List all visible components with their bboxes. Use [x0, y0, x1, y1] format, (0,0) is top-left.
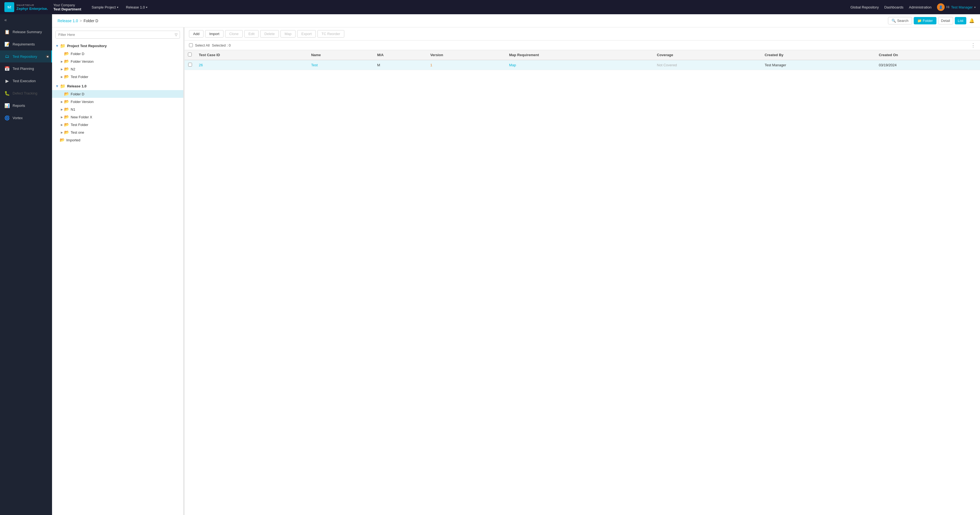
- tree-imported[interactable]: 📂 Imported: [52, 136, 183, 144]
- edit-button[interactable]: Edit: [244, 30, 259, 38]
- tree-release-test-folder[interactable]: ▶ 📂 Test Folder: [52, 121, 183, 129]
- table-container: Test Case ID Name M/A Version: [185, 50, 980, 515]
- table-header-row: Test Case ID Name M/A Version: [185, 50, 980, 60]
- sidebar-item-label-vortex: Vortex: [13, 116, 23, 120]
- tree-label-release-folder-version: Folder Version: [71, 100, 94, 104]
- col-header-check: [185, 50, 196, 60]
- breadcrumb-bar: Release 1.0 > Folder D 🔍 Search 📁 Folder…: [52, 14, 980, 27]
- project-section-folder-icon: 📁: [60, 43, 65, 48]
- expand-icon-release-n1[interactable]: ▶: [60, 108, 64, 111]
- expand-icon-project-test-folder[interactable]: ▶: [60, 75, 64, 78]
- tree-label-release-test-one: Test one: [71, 130, 84, 135]
- cell-created-by-0: Test Manager: [761, 60, 876, 70]
- tree-release-folder-d[interactable]: 📂 Folder D: [52, 90, 183, 98]
- tree-project-test-folder[interactable]: ▶ 📂 Test Folder: [52, 73, 183, 81]
- folder-icon-project-n2: 📂: [64, 67, 69, 72]
- map-button[interactable]: Map: [280, 30, 296, 38]
- tree-release-test-one[interactable]: ▶ 📂 Test one: [52, 129, 183, 136]
- filter-bar: ▽: [55, 31, 180, 39]
- cell-coverage-0: Not Covered: [654, 60, 761, 70]
- tree-release-new-folder-x[interactable]: ▶ 📂 New Folder X: [52, 113, 183, 121]
- user-menu[interactable]: 👤 Hi Test Manager ▾: [937, 3, 975, 11]
- sidebar-item-vortex[interactable]: 🌀 Vortex: [0, 112, 52, 124]
- breadcrumb-release-link[interactable]: Release 1.0: [57, 19, 78, 23]
- filter-input[interactable]: [56, 31, 173, 38]
- expand-icon-project-n2[interactable]: ▶: [60, 68, 64, 71]
- project-section-expand-icon[interactable]: ▼: [55, 44, 59, 48]
- tc-reorder-button[interactable]: TC Reorder: [317, 30, 344, 38]
- sidebar-item-test-repository[interactable]: 🗂 Test Repository ◀: [0, 51, 52, 62]
- table-toolbar: Add Import Clone Edit Delete Map Export …: [185, 27, 980, 41]
- sidebar-item-test-planning[interactable]: 📅 Test Planning: [0, 62, 52, 75]
- header-checkbox[interactable]: [188, 52, 192, 56]
- user-avatar-icon: 👤: [937, 3, 945, 11]
- expand-icon-project-folder-version[interactable]: ▶: [60, 60, 64, 63]
- folder-icon-release-folder-version: 📂: [64, 99, 69, 104]
- table-panel: Add Import Clone Edit Delete Map Export …: [185, 27, 980, 515]
- user-dropdown-arrow: ▾: [974, 6, 975, 9]
- sidebar-item-test-execution[interactable]: ▶ Test Execution: [0, 75, 52, 87]
- cell-map-requirement-0: Map: [506, 60, 654, 70]
- dashboards-link[interactable]: Dashboards: [884, 5, 903, 9]
- tree-label-imported: Imported: [66, 138, 80, 142]
- sidebar-item-requirements[interactable]: 📝 Requirements: [0, 38, 52, 51]
- tree-project-n2[interactable]: ▶ 📂 N2: [52, 65, 183, 73]
- tree-label-project-n2: N2: [71, 67, 75, 71]
- col-header-created-by: Created By: [761, 50, 876, 60]
- list-view-button[interactable]: List: [955, 17, 966, 24]
- expand-icon-release-new-folder-x[interactable]: ▶: [60, 116, 64, 119]
- folder-view-button[interactable]: 📁 Folder: [914, 17, 937, 24]
- tree-release-n1[interactable]: ▶ 📂 N1: [52, 105, 183, 113]
- more-options-icon[interactable]: ⋮: [971, 42, 975, 48]
- vortex-icon: 🌀: [5, 115, 10, 121]
- sidebar-item-label-release-summary: Release Summary: [13, 30, 42, 34]
- test-case-name-link-0[interactable]: Test: [311, 63, 318, 67]
- release-section-label: Release 1.0: [67, 84, 87, 88]
- tree-project-folder-version[interactable]: ▶ 📂 Folder Version: [52, 57, 183, 65]
- tree-label-project-folder-version: Folder Version: [71, 59, 94, 64]
- sidebar-item-label-requirements: Requirements: [13, 42, 35, 46]
- project-nav-item[interactable]: Sample Project ▾: [88, 0, 122, 14]
- col-header-coverage: Coverage: [654, 50, 761, 60]
- search-button[interactable]: 🔍 Search: [888, 17, 912, 24]
- test-case-id-link-0[interactable]: 26: [199, 63, 203, 67]
- expand-icon-release-test-folder[interactable]: ▶: [60, 123, 64, 126]
- breadcrumb: Release 1.0 > Folder D: [57, 19, 98, 23]
- sidebar-item-reports[interactable]: 📊 Reports: [0, 99, 52, 112]
- user-name-label: Test Manager: [951, 5, 973, 9]
- delete-button[interactable]: Delete: [260, 30, 279, 38]
- project-section-header: ▼ 📁 Project Test Repository: [52, 42, 183, 50]
- global-repository-link[interactable]: Global Repository: [850, 5, 879, 9]
- project-section-label: Project Test Repository: [67, 44, 107, 48]
- expand-icon-release-folder-version[interactable]: ▶: [60, 100, 64, 103]
- release-nav-item[interactable]: Release 1.0 ▾: [122, 0, 151, 14]
- top-navigation: SZ SMARTBEAR Zephyr Enterprise. Your Com…: [0, 0, 980, 14]
- filter-icon[interactable]: ▽: [173, 31, 180, 38]
- row-checkbox-0[interactable]: [188, 63, 192, 67]
- tree-release-folder-version[interactable]: ▶ 📂 Folder Version: [52, 98, 183, 105]
- import-button[interactable]: Import: [205, 30, 223, 38]
- add-button[interactable]: Add: [189, 30, 204, 38]
- select-all-checkbox[interactable]: [189, 43, 193, 47]
- folder-icon-release-new-folder-x: 📂: [64, 114, 69, 119]
- expand-icon-release-test-one[interactable]: ▶: [60, 131, 64, 134]
- col-header-name: Name: [308, 50, 374, 60]
- sidebar-item-release-summary[interactable]: 📋 Release Summary: [0, 26, 52, 38]
- company-name: Your Company: [53, 3, 81, 7]
- release-section-expand-icon[interactable]: ▼: [55, 84, 59, 88]
- release-section-folder-icon: 📁: [60, 84, 65, 89]
- detail-view-button[interactable]: Detail: [938, 17, 953, 24]
- tree-label-project-test-folder: Test Folder: [71, 75, 88, 79]
- tree-label-release-new-folder-x: New Folder X: [71, 115, 92, 119]
- folder-icon-imported: 📂: [60, 138, 65, 143]
- sidebar-toggle-button[interactable]: «: [0, 14, 52, 26]
- map-requirement-link-0[interactable]: Map: [509, 63, 516, 67]
- export-button[interactable]: Export: [297, 30, 316, 38]
- notification-bell-icon[interactable]: 🔔: [969, 18, 975, 23]
- test-planning-icon: 📅: [5, 66, 10, 71]
- folder-icon-release-folder-d: 📂: [64, 92, 69, 97]
- clone-button[interactable]: Clone: [225, 30, 243, 38]
- administration-link[interactable]: Administration: [909, 5, 932, 9]
- selected-count-label: Selected : 0: [212, 43, 231, 48]
- tree-project-folder-d[interactable]: 📂 Folder D: [52, 50, 183, 57]
